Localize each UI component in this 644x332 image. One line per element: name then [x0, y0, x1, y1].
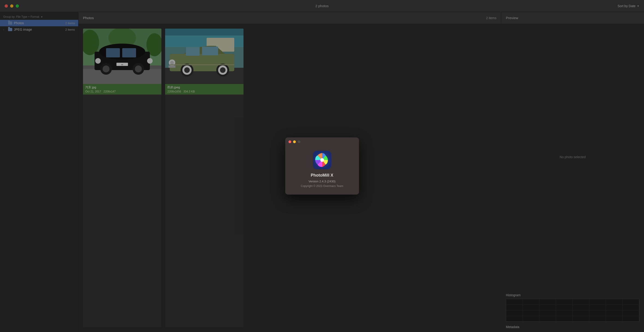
photomill-icon-svg: [313, 151, 331, 169]
app-version: Version 2.4.3 (2430): [308, 180, 336, 183]
app-name: PhotoMill X: [311, 173, 334, 178]
app-icon: [313, 151, 331, 169]
dialog-overlay[interactable]: PhotoMill X Version 2.4.3 (2430) Copyrig…: [0, 0, 644, 332]
svg-point-38: [320, 158, 324, 162]
app-copyright: Copyright © 2023 Overmacs Team: [301, 184, 343, 188]
dialog-minimize-button[interactable]: [293, 140, 296, 143]
dialog-title-bar: [285, 138, 359, 146]
dialog-content: PhotoMill X Version 2.4.3 (2430) Copyrig…: [285, 146, 359, 194]
dialog-close-button[interactable]: [288, 140, 291, 143]
dialog-maximize-button[interactable]: [298, 140, 300, 143]
about-dialog: PhotoMill X Version 2.4.3 (2430) Copyrig…: [285, 138, 359, 194]
app-icon-container: [313, 151, 331, 169]
